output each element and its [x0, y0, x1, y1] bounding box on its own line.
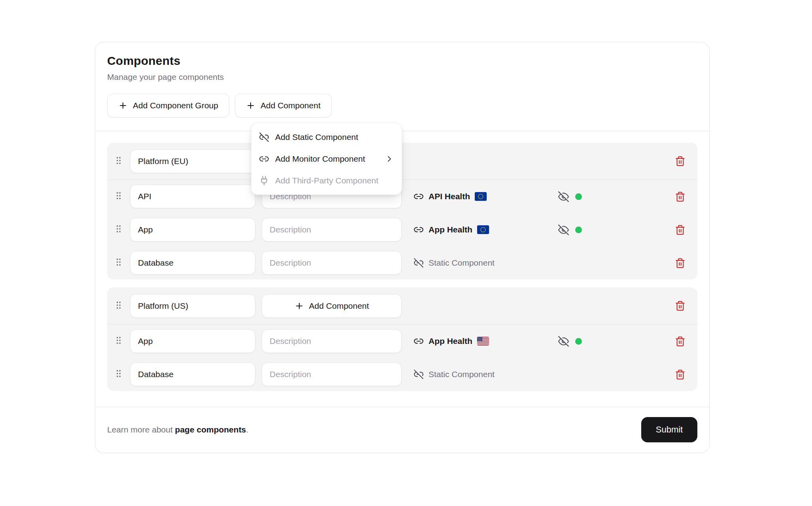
add-component-group-label: Add Component Group — [133, 101, 218, 110]
delete-component-button[interactable] — [675, 258, 685, 268]
monitor-link: App Health — [408, 225, 552, 235]
group-header-row: Add Component — [107, 287, 697, 325]
plug-icon — [259, 176, 269, 186]
card-header: Components Manage your page components A… — [95, 42, 709, 131]
page-subtitle: Manage your page components — [107, 72, 697, 82]
drag-handle-icon[interactable] — [113, 155, 124, 167]
delete-group-button[interactable] — [675, 300, 685, 311]
page-title: Components — [107, 54, 697, 68]
link-icon — [414, 191, 424, 202]
drag-handle-icon[interactable] — [113, 224, 124, 236]
link-icon — [259, 154, 269, 164]
eye-off-icon[interactable] — [558, 336, 569, 347]
menu-item-label: Add Third-Party Component — [275, 176, 378, 185]
learn-more-text: Learn more about page components. — [107, 425, 248, 434]
component-row: App Health — [107, 325, 697, 358]
component-row: Static Component — [107, 358, 697, 391]
add-component-label: Add Component — [261, 101, 321, 110]
visibility-cell — [558, 336, 588, 347]
plus-icon — [118, 101, 128, 110]
add-component-dropdown-menu: Add Static Component Add Monitor Compone… — [251, 123, 402, 195]
link-icon — [414, 336, 424, 346]
group-name-input[interactable] — [130, 149, 255, 173]
unlink-icon — [414, 258, 424, 268]
component-group: Add Component API Health — [107, 143, 697, 279]
monitor-label: App Health — [429, 336, 472, 346]
plus-icon — [295, 301, 304, 311]
submit-button[interactable]: Submit — [641, 417, 697, 442]
monitor-label: App Health — [429, 225, 472, 234]
menu-item-label: Add Monitor Component — [275, 154, 365, 164]
status-dot — [575, 338, 582, 345]
component-row: API Health — [107, 180, 697, 213]
component-description-input[interactable] — [262, 329, 402, 353]
eye-off-icon[interactable] — [558, 191, 569, 202]
plus-icon — [246, 101, 255, 110]
add-component-button[interactable]: Add Component — [235, 94, 332, 117]
unlink-icon — [414, 369, 424, 380]
static-component-label: Static Component — [429, 370, 495, 379]
monitor-link: App Health — [408, 336, 552, 346]
drag-handle-icon[interactable] — [113, 368, 124, 380]
component-row: Static Component — [107, 246, 697, 279]
card-footer: Learn more about page components. Submit — [95, 407, 709, 452]
menu-item-add-third-party-component: Add Third-Party Component — [251, 170, 402, 191]
drag-handle-icon[interactable] — [113, 191, 124, 202]
group-add-component-button[interactable]: Add Component — [262, 294, 402, 318]
component-description-input[interactable] — [262, 251, 402, 275]
menu-item-add-monitor-component[interactable]: Add Monitor Component — [251, 148, 402, 170]
component-name-input[interactable] — [130, 185, 255, 208]
monitor-label: API Health — [429, 192, 470, 201]
component-name-input[interactable] — [130, 363, 255, 386]
component-group: Add Component App Health — [107, 287, 697, 391]
status-dot — [575, 227, 582, 233]
component-row: App Health — [107, 213, 697, 246]
delete-component-button[interactable] — [675, 225, 685, 235]
drag-handle-icon[interactable] — [113, 300, 124, 312]
component-name-input[interactable] — [130, 218, 255, 242]
link-icon — [414, 225, 424, 235]
delete-component-button[interactable] — [675, 336, 685, 347]
menu-item-add-static-component[interactable]: Add Static Component — [251, 126, 402, 148]
toolbar: Add Component Group Add Component — [107, 94, 697, 117]
visibility-cell — [558, 191, 588, 202]
component-description-input[interactable] — [262, 218, 402, 242]
monitor-link: API Health — [408, 191, 552, 202]
add-component-group-button[interactable]: Add Component Group — [107, 94, 229, 117]
delete-component-button[interactable] — [675, 369, 685, 380]
static-component-indicator: Static Component — [408, 369, 552, 380]
unlink-icon — [259, 132, 269, 142]
components-card: Components Manage your page components A… — [95, 42, 710, 453]
eu-flag-icon — [477, 225, 489, 234]
eu-flag-icon — [475, 192, 487, 201]
status-dot — [575, 193, 582, 200]
us-flag-icon — [477, 337, 489, 346]
delete-component-button[interactable] — [675, 191, 685, 202]
menu-item-label: Add Static Component — [275, 132, 358, 142]
learn-more-suffix: . — [246, 425, 248, 434]
component-description-input[interactable] — [262, 363, 402, 386]
group-name-input[interactable] — [130, 294, 255, 318]
chevron-right-icon — [385, 154, 394, 164]
drag-handle-icon[interactable] — [113, 257, 124, 269]
page-components-link[interactable]: page components — [175, 425, 246, 434]
eye-off-icon[interactable] — [558, 225, 569, 235]
drag-handle-icon[interactable] — [113, 335, 124, 347]
group-header-row: Add Component — [107, 143, 697, 180]
learn-more-prefix: Learn more about — [107, 425, 175, 434]
visibility-cell — [558, 225, 588, 235]
component-name-input[interactable] — [130, 251, 255, 275]
static-component-indicator: Static Component — [408, 258, 552, 268]
static-component-label: Static Component — [429, 258, 495, 268]
groups-container: Add Component API Health — [95, 131, 709, 407]
delete-group-button[interactable] — [675, 156, 685, 166]
group-add-component-label: Add Component — [309, 301, 369, 311]
component-name-input[interactable] — [130, 329, 255, 353]
